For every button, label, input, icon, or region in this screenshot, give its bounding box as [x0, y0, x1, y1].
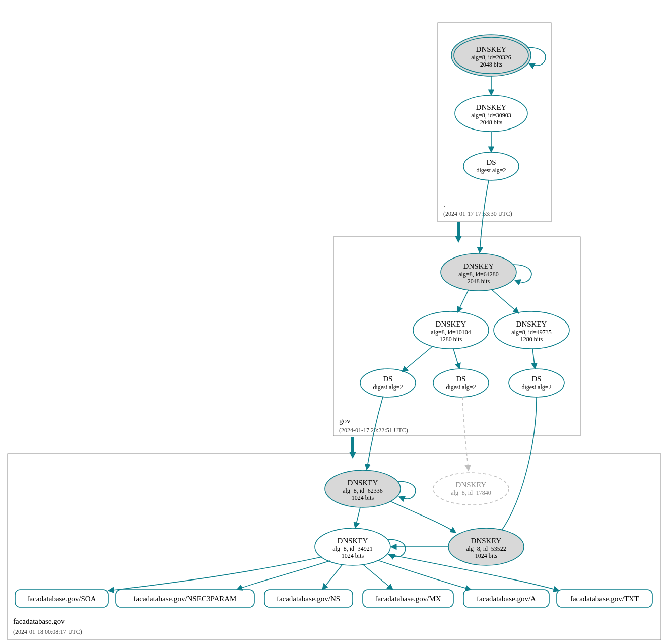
rr-mx-label: facadatabase.gov/MX: [375, 595, 441, 603]
node-gov-ksk: DNSKEY alg=8, id=64280 2048 bits: [441, 253, 516, 291]
edge-gov-to-domain-head: [349, 452, 356, 459]
edge-ds2-ghost: [462, 397, 469, 471]
gov-k2-l1: DNSKEY: [516, 320, 547, 328]
svg-point-7: [360, 369, 416, 397]
edge-root-to-gov-head: [455, 236, 462, 243]
zone-domain-time: (2024-01-18 00:08:17 UTC): [13, 628, 82, 635]
gov-ksk-l2: alg=8, id=64280: [458, 271, 499, 278]
node-gov-ds3: DS digest alg=2: [509, 369, 564, 397]
rr-ns-label: facadatabase.gov/NS: [277, 595, 340, 603]
root-ksk-l1: DNSKEY: [476, 45, 507, 53]
dom-zsk-l1: DNSKEY: [338, 537, 368, 545]
gov-zsk-l3: 1280 bits: [440, 336, 462, 343]
node-dom-ghost: DNSKEY alg=8, id=17840: [433, 473, 509, 505]
root-zsk-l2: alg=8, id=30903: [471, 112, 511, 119]
node-dom-k2: DNSKEY alg=8, id=53522 1024 bits: [448, 528, 524, 565]
gov-ds2-l1: DS: [456, 375, 465, 383]
edge-zsk-a: [378, 560, 471, 590]
dom-ksk-l2: alg=8, id=62336: [343, 487, 383, 494]
rr-txt: facadatabase.gov/TXT: [557, 590, 652, 607]
edge-zsk-soa: [108, 557, 322, 591]
gov-ds3-l1: DS: [531, 375, 541, 383]
dom-zsk-l3: 1024 bits: [342, 552, 364, 559]
root-zsk-l3: 2048 bits: [480, 119, 503, 126]
node-root-ds: DS digest alg=2: [463, 152, 519, 180]
node-gov-zsk: DNSKEY alg=8, id=10104 1280 bits: [413, 311, 489, 349]
svg-point-11: [433, 473, 509, 505]
dom-zsk-l2: alg=8, id=34921: [332, 545, 373, 552]
rr-mx: facadatabase.gov/MX: [363, 590, 453, 607]
dom-k2-l1: DNSKEY: [471, 537, 502, 545]
gov-ksk-l3: 2048 bits: [468, 278, 490, 285]
edge-gzsk-ds1: [402, 346, 433, 372]
root-ds-l2: digest alg=2: [476, 167, 506, 174]
dnssec-diagram: . (2024-01-17 17:53:30 UTC) gov (2024-01…: [0, 0, 667, 644]
edge-gzsk-ds2: [453, 349, 459, 369]
edge-zsk-ns: [322, 564, 343, 590]
gov-ds1-l2: digest alg=2: [373, 383, 403, 391]
gov-zsk-l2: alg=8, id=10104: [431, 329, 471, 336]
rr-nsec3param-label: facadatabase.gov/NSEC3PARAM: [134, 595, 237, 603]
zone-gov-title: gov: [339, 417, 351, 425]
zone-root-time: (2024-01-17 17:53:30 UTC): [443, 210, 512, 217]
dom-ghost-l1: DNSKEY: [456, 481, 487, 489]
rr-a-label: facadatabase.gov/A: [477, 595, 536, 603]
edge-gksk-gk2: [491, 289, 519, 313]
root-ds-l1: DS: [486, 158, 496, 166]
gov-ds3-l2: digest alg=2: [521, 383, 551, 391]
node-dom-ksk: DNSKEY alg=8, id=62336 1024 bits: [325, 470, 401, 507]
edge-gksk-gzsk: [457, 290, 469, 312]
svg-point-8: [433, 369, 489, 397]
root-ksk-l2: alg=8, id=20326: [471, 54, 511, 61]
zone-root-title: .: [443, 200, 445, 208]
rr-a: facadatabase.gov/A: [463, 590, 549, 607]
dom-ksk-l3: 1024 bits: [352, 494, 374, 501]
dom-k2-l2: alg=8, id=53522: [466, 545, 506, 552]
gov-k2-l2: alg=8, id=49735: [511, 329, 552, 336]
node-gov-ds2: DS digest alg=2: [433, 369, 489, 397]
rr-txt-label: facadatabase.gov/TXT: [570, 595, 639, 603]
edge-dksk-dk2: [390, 501, 456, 533]
gov-ksk-l1: DNSKEY: [463, 262, 494, 270]
rr-soa-label: facadatabase.gov/SOA: [27, 595, 96, 603]
gov-k2-l3: 1280 bits: [520, 336, 543, 343]
dom-k2-l3: 1024 bits: [475, 552, 498, 559]
gov-ds1-l1: DS: [383, 375, 392, 383]
root-ksk-l3: 2048 bits: [480, 61, 503, 68]
svg-point-3: [463, 152, 519, 180]
rr-nsec3param: facadatabase.gov/NSEC3PARAM: [116, 590, 254, 607]
edge-dksk-dzsk: [355, 507, 360, 528]
rr-ns: facadatabase.gov/NS: [264, 590, 353, 607]
node-gov-ds1: DS digest alg=2: [360, 369, 416, 397]
edge-gk2-ds3: [532, 349, 535, 369]
gov-ds2-l2: digest alg=2: [446, 383, 476, 391]
node-dom-zsk: DNSKEY alg=8, id=34921 1024 bits: [315, 528, 390, 565]
edge-zsk-mx: [363, 564, 393, 590]
rr-soa: facadatabase.gov/SOA: [15, 590, 108, 607]
node-root-zsk: DNSKEY alg=8, id=30903 2048 bits: [455, 95, 527, 132]
node-gov-k2: DNSKEY alg=8, id=49735 1280 bits: [494, 311, 569, 349]
dom-ghost-l2: alg=8, id=17840: [451, 489, 491, 496]
gov-zsk-l1: DNSKEY: [436, 320, 466, 328]
node-root-ksk: DNSKEY alg=8, id=20326 2048 bits: [451, 35, 531, 76]
dom-ksk-l1: DNSKEY: [348, 479, 378, 487]
root-zsk-l1: DNSKEY: [476, 103, 507, 111]
zone-domain-title: facadatabase.gov: [13, 617, 65, 625]
edge-ds3-domk2: [496, 397, 537, 538]
svg-point-9: [509, 369, 564, 397]
